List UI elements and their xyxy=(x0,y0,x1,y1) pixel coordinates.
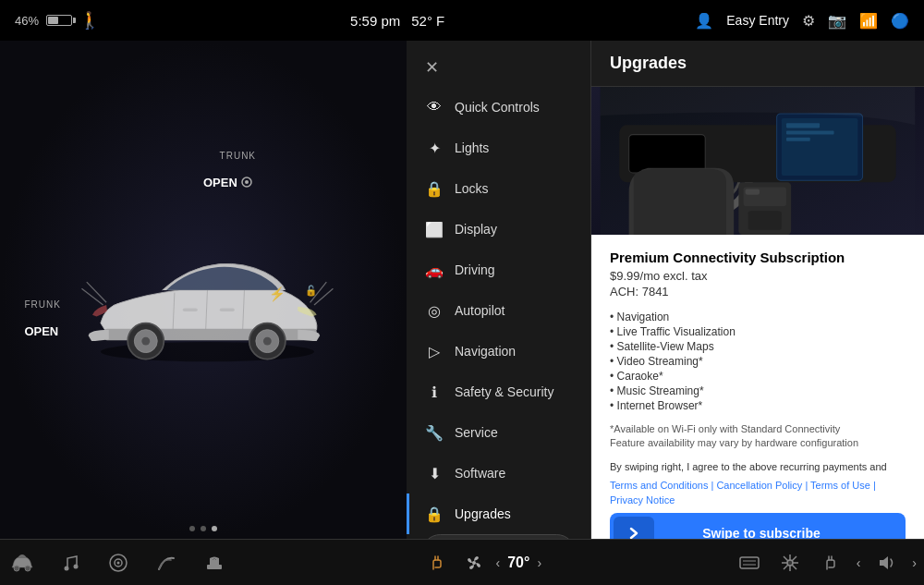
trunk-status-text: OPEN xyxy=(203,176,237,189)
terms-text: By swiping right, I agree to the above r… xyxy=(610,460,906,474)
lights-label: Lights xyxy=(455,140,489,155)
music-icon[interactable] xyxy=(55,548,85,578)
wifi-icon[interactable]: 📶 xyxy=(859,12,878,30)
svg-point-54 xyxy=(787,560,793,566)
svg-rect-47 xyxy=(740,557,759,568)
page-dot-1 xyxy=(189,526,195,531)
car-view: TRUNK OPEN FRUNK OPEN xyxy=(0,41,407,539)
terms-of-use-link[interactable]: Terms of Use xyxy=(810,480,870,491)
quick-controls-icon: 👁 xyxy=(425,98,444,116)
chevron-right-icon xyxy=(626,525,642,539)
autopilot-label: Autopilot xyxy=(455,303,505,318)
menu-item-lights[interactable]: ✦ Lights xyxy=(407,128,590,168)
menu-item-service[interactable]: 🔧 Service xyxy=(407,412,590,453)
driving-icon: 🚗 xyxy=(425,261,444,279)
privacy-link-text[interactable]: Privacy Notice xyxy=(610,494,675,506)
cancellation-policy-link[interactable]: Cancellation Policy xyxy=(716,480,802,491)
bluetooth-icon[interactable]: 🔵 xyxy=(891,12,909,30)
person-icon: 👤 xyxy=(695,12,713,30)
menu-item-software[interactable]: ⬇ Software xyxy=(407,453,590,494)
status-center: 5:59 pm 52° F xyxy=(350,13,444,29)
seat-heat-icon[interactable] xyxy=(422,548,452,578)
temp-right-arrow[interactable]: › xyxy=(537,555,541,570)
volume-right-arrow[interactable]: › xyxy=(912,555,917,570)
bottom-center-controls: ‹ 70° › xyxy=(422,548,542,578)
menu-item-driving[interactable]: 🚗 Driving xyxy=(407,250,590,290)
menu-item-upgrades[interactable]: 🔒 Upgrades xyxy=(407,494,590,534)
trunk-status: OPEN xyxy=(203,176,252,189)
service-label: Service xyxy=(455,425,498,440)
front-seat-heat-icon[interactable] xyxy=(816,548,845,578)
bottom-left-controls xyxy=(7,548,229,578)
svg-rect-45 xyxy=(207,565,222,569)
feature-list: Navigation Live Traffic Visualization Sa… xyxy=(610,310,906,413)
radio-icon xyxy=(108,553,128,573)
swipe-to-subscribe-button[interactable]: Swipe to subscribe xyxy=(610,513,906,539)
autopilot-icon: ◎ xyxy=(425,301,444,320)
current-time: 5:59 pm xyxy=(350,13,400,29)
svg-rect-32 xyxy=(786,130,834,134)
upgrades-menu-icon: 🔒 xyxy=(425,505,444,523)
wiper-icon[interactable] xyxy=(152,548,181,578)
navigation-icon: ▷ xyxy=(425,342,444,360)
safety-icon: ℹ xyxy=(425,383,444,401)
air-conditioning-icon xyxy=(780,553,800,573)
menu-item-locks[interactable]: 🔒 Locks xyxy=(407,168,590,209)
swipe-label: Swipe to subscribe xyxy=(658,526,906,539)
camera-icon[interactable]: 📷 xyxy=(828,12,846,30)
locks-label: Locks xyxy=(455,181,489,196)
volume-left-arrow[interactable]: ‹ xyxy=(857,555,861,570)
software-icon: ⬇ xyxy=(425,464,444,482)
terms-description: By swiping right, I agree to the above r… xyxy=(610,461,887,472)
menu-item-autopilot[interactable]: ◎ Autopilot xyxy=(407,290,590,331)
car-bottom-icon[interactable] xyxy=(7,548,37,578)
up-arrow-icon[interactable] xyxy=(200,548,229,578)
media-icon[interactable] xyxy=(103,548,133,578)
volume-icon[interactable] xyxy=(871,548,901,578)
fan-icon[interactable] xyxy=(459,548,489,578)
locks-icon: 🔒 xyxy=(425,179,444,198)
car-illustration: ⚡ 🔓 xyxy=(55,198,351,383)
service-icon: 🔧 xyxy=(425,423,444,442)
svg-point-39 xyxy=(25,566,30,571)
menu-item-display[interactable]: ⬜ Display xyxy=(407,209,590,250)
driver-icon: 🚶 xyxy=(79,10,100,30)
svg-point-41 xyxy=(74,564,79,568)
disclaimer-text: *Available on Wi-Fi only with Standard C… xyxy=(610,422,906,451)
svg-rect-28 xyxy=(629,135,706,173)
menu-item-safety[interactable]: ℹ Safety & Security xyxy=(407,372,590,412)
page-dots xyxy=(189,526,217,531)
svg-rect-37 xyxy=(748,211,782,230)
feature-browser: Internet Browser* xyxy=(610,398,906,413)
driving-label: Driving xyxy=(455,262,495,277)
temp-value: 70° xyxy=(507,555,529,571)
quick-controls-label: Quick Controls xyxy=(455,100,540,115)
seat-heater-icon xyxy=(427,553,447,573)
menu-close-button[interactable]: ✕ xyxy=(407,48,590,87)
display-label: Display xyxy=(455,222,497,237)
privacy-notice-link[interactable]: Privacy Notice xyxy=(610,494,906,506)
temp-left-arrow[interactable]: ‹ xyxy=(496,555,501,570)
subscription-price: $9.99/mo excl. tax xyxy=(610,269,906,283)
easy-entry-label[interactable]: Easy Entry xyxy=(726,13,789,28)
svg-point-46 xyxy=(472,561,476,565)
menu-item-quick-controls[interactable]: 👁 Quick Controls xyxy=(407,87,590,128)
interior-svg: T xyxy=(591,87,924,235)
battery-icon xyxy=(46,15,72,26)
display-icon: ⬜ xyxy=(425,220,444,238)
trunk-open-icon xyxy=(241,177,252,188)
terms-links[interactable]: Terms and Conditions | Cancellation Poli… xyxy=(610,480,906,491)
feature-navigation: Navigation xyxy=(610,310,906,324)
feature-satellite: Satellite-View Maps xyxy=(610,339,906,354)
terms-conditions-link[interactable]: Terms and Conditions xyxy=(610,480,708,491)
feature-caraoke: Caraoke* xyxy=(610,369,906,384)
status-right: 👤 Easy Entry ⚙ 📷 📶 🔵 xyxy=(695,12,909,30)
passenger-seat-heat-icon xyxy=(821,553,841,573)
menu-item-navigation[interactable]: ▷ Navigation xyxy=(407,331,590,372)
car-interior-image: T xyxy=(591,87,924,235)
rear-defrost-icon[interactable] xyxy=(735,548,764,578)
speaker-volume-icon xyxy=(876,553,896,573)
svg-point-38 xyxy=(14,566,19,571)
ac-icon[interactable] xyxy=(775,548,805,578)
settings-icon[interactable]: ⚙ xyxy=(802,12,815,30)
